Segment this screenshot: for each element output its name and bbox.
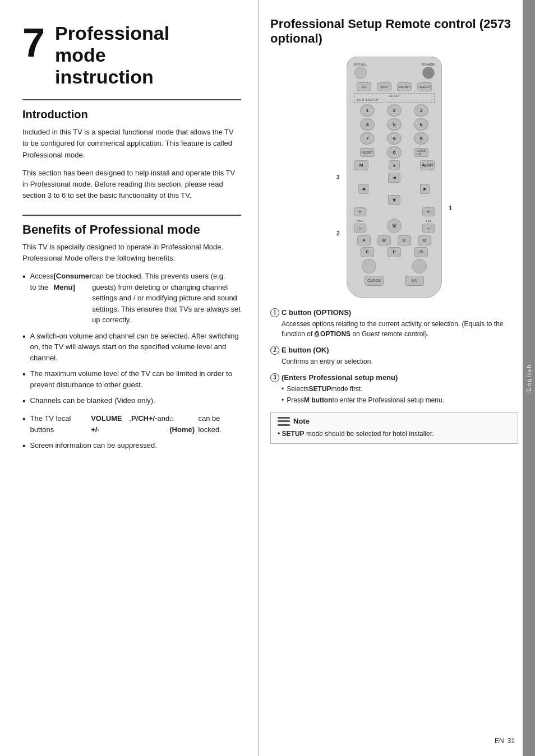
language-label: English [525,364,532,392]
efg-row: E F G [354,247,435,257]
guide-label: GUIDECH [417,149,426,156]
sleep-btn[interactable]: SLEEP [417,82,432,91]
mute-btn[interactable]: ※ [387,219,402,233]
c-btn[interactable]: C [398,235,411,245]
callout-1-label: 1 [449,205,452,211]
m-ach-row: M ▲ A/CH [354,160,435,170]
btn-4[interactable]: 4 [360,118,375,131]
btn-3[interactable]: 3 [414,104,428,117]
d-btn[interactable]: D [418,235,431,245]
annotation-3-subitems: Selects SETUP mode first. Press M button… [282,384,518,405]
e-btn[interactable]: E [361,247,374,257]
annotation-1-text: Accesses options relating to the current… [282,319,518,339]
note-box: Note • SETUP mode should be selected for… [270,412,518,444]
page-label: EN [495,737,504,745]
btn-5[interactable]: 5 [387,118,402,131]
ch-minus-btn[interactable]: − [422,224,435,233]
divider-intro [22,99,241,100]
power-label: POWER [422,63,435,66]
left-column: 7 Professionalmodeinstruction Introducti… [0,0,258,756]
btn-8[interactable]: 8 [387,132,402,145]
recall-label: RECALL [354,63,367,66]
btn-6[interactable]: 6 [414,118,428,131]
vol-label: VOL [357,219,363,222]
av-btn[interactable]: A/V [405,276,424,286]
right-circle-btn[interactable] [412,259,427,273]
row-123: 1 2 3 [354,104,435,117]
m-btn[interactable]: M [354,160,368,170]
ch-plus-btn[interactable]: + [422,207,435,216]
vol-plus-btn[interactable]: + [354,207,366,216]
row-reset-0-guide: RESET 0 GUIDECH [354,146,435,159]
annotation-3: 3 (Enters Professional setup menu) Selec… [270,373,518,405]
vol-minus-btn[interactable]: − [354,224,366,233]
callout-3: 3 [270,373,279,382]
reset-btn[interactable]: RESET [360,148,375,157]
clock-btn[interactable]: CLOCK [365,276,384,286]
smart-btn[interactable]: SMART [397,82,412,91]
callout-3-label: 3 [336,174,340,180]
page-footer: EN 31 [495,737,515,745]
annotation-2: 2 E button (OK) Confirms an entry or sel… [270,346,518,367]
list-item: Access to the [Consumer Menu] can be blo… [22,271,241,326]
remote-wrapper: 3 2 1 RECALL POWER [347,57,442,298]
nav-left-btn[interactable]: ◄ [358,184,368,194]
nav-right-btn[interactable]: ► [420,184,430,194]
benefits-title: Benefits of Professional mode [22,215,241,237]
note-text: • SETUP mode should be selected for hote… [278,429,511,439]
f-btn[interactable]: F [388,247,401,257]
ch-area: CH − [422,219,435,233]
page-number: 31 [508,737,515,745]
remote-recall: RECALL [354,63,367,79]
remote-top: RECALL POWER [354,63,435,79]
g-btn[interactable]: G [414,247,428,257]
intro-para2: This section has been designed to help i… [22,168,241,201]
btn-1[interactable]: 1 [360,104,375,117]
btn-0[interactable]: 0 [387,146,402,159]
nav-up-btn[interactable]: ◄ [388,173,400,183]
callout-2: 2 [270,346,279,355]
right-column: Professional Setup Remote control (2573 … [258,0,535,756]
nav-down-btn[interactable]: ▼ [388,195,400,205]
annotation-2-text: Confirms an entry or selection. [282,356,518,367]
benefits-list: Access to the [Consumer Menu] can be blo… [22,271,241,453]
callout-1: 1 [270,308,279,317]
btn-2[interactable]: 2 [387,104,402,117]
list-item: The TV local buttons VOLUME +/-, P/CH+/-… [22,413,241,435]
cc-btn[interactable]: CC [357,82,371,91]
right-title: Professional Setup Remote control (2573 … [270,17,518,47]
guest-area: GUEST DCM LSETUP [354,93,435,103]
text-btn[interactable]: TEXT [377,82,391,91]
lsetup-label: LSETUP [366,98,379,101]
guest-box: GUEST DCM LSETUP [354,93,435,103]
remote-body: RECALL POWER CC TEXT SMART SLEEP [347,57,442,298]
b-btn[interactable]: B [377,235,391,245]
a-btn[interactable]: A [357,235,371,245]
left-circle-btn[interactable] [362,259,376,273]
ch-label: CH [426,219,431,222]
guide-btn: GUIDECH [414,148,428,157]
callout-2-label: 2 [336,230,340,236]
up-arrow-btn[interactable]: ▲ [389,160,400,170]
btn-9[interactable]: 9 [414,132,428,145]
annotation-1-title: 1 C button (OPTIONS) [270,308,518,317]
benefits-intro: This TV is specially designed to operate… [22,242,241,264]
abcd-row: A B C D [354,235,435,245]
nav-cross: ◄ ◄ ► ▼ [354,173,435,205]
clock-av-row: CLOCK A/V [354,276,435,286]
recall-btn[interactable] [354,67,367,79]
chapter-number: 7 [22,22,45,63]
row-456: 4 5 6 [354,118,435,131]
vol-area: VOL − [354,219,366,233]
ach-btn[interactable]: A/CH [420,160,435,170]
list-item: Channels can be blanked (Video only). [22,395,241,408]
list-item: Selects SETUP mode first. [282,384,518,394]
list-item: A switch-on volume and channel can be se… [22,331,241,364]
power-btn[interactable] [422,67,435,79]
list-item: The maximum volume level of the TV can b… [22,368,241,390]
remote-power: POWER [422,63,435,79]
page-container: 7 Professionalmodeinstruction Introducti… [0,0,535,756]
intro-para1: Included in this TV is a special functio… [22,127,241,160]
btn-7[interactable]: 7 [360,132,375,145]
note-header: Note [278,417,511,426]
